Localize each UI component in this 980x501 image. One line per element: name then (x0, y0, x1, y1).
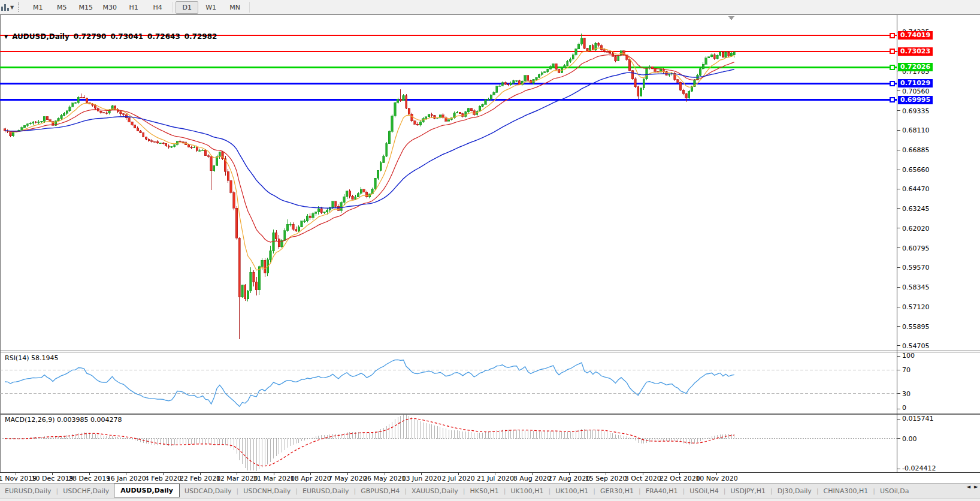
tab-uk100-h1[interactable]: UK100,H1 (551, 487, 593, 495)
tab-usdcad-daily[interactable]: USDCAD,Daily (180, 487, 237, 495)
price-tick-label: 0.69335 (902, 107, 930, 115)
price-tick-label: 0.60795 (902, 245, 930, 252)
close-value: 0.72982 (184, 32, 217, 41)
tab-xauusd-daily[interactable]: XAUUSD,Daily (407, 487, 463, 495)
chart-type-icon[interactable] (1, 3, 9, 11)
rsi-line (5, 360, 734, 406)
price-badge-0.73023: 0.73023 (898, 47, 933, 56)
tf-button-m5[interactable]: M5 (50, 1, 73, 14)
toolbar-separator (172, 2, 173, 13)
high-value: 0.73041 (110, 32, 143, 41)
low-value: 0.72643 (147, 32, 180, 41)
tab-scroll-buttons: ◄ ► (966, 484, 978, 490)
tab-uk100-h1[interactable]: UK100,H1 (506, 487, 549, 495)
collapse-caret-icon[interactable]: ▼ (4, 34, 8, 40)
date-tick-label: 26 May 2020 (363, 475, 406, 482)
price-tick-label: 0.58345 (902, 283, 930, 291)
rsi-indicator-label: RSI(14) 58.1945 (5, 354, 58, 362)
rsi-axis-label: 70 (902, 366, 911, 374)
price-tick-label: 0.63245 (902, 205, 930, 213)
tf-button-h1[interactable]: H1 (122, 1, 145, 14)
price-tick-label: 0.65660 (902, 166, 930, 174)
price-tick-label: 0.62020 (902, 225, 930, 233)
hline-handle[interactable] (890, 82, 894, 86)
tf-button-h4[interactable]: H4 (146, 1, 169, 14)
tab-usdchf-daily[interactable]: USDCHF,Daily (58, 487, 114, 495)
chart-title: ▼ AUDUSD,Daily 0.72790 0.73041 0.72643 0… (4, 32, 217, 41)
tab-gbpusd-h4[interactable]: GBPUSD,H4 (356, 487, 404, 495)
tf-button-m1[interactable]: M1 (26, 1, 49, 14)
tab-scroll-left-icon[interactable]: ◄ (966, 484, 970, 490)
timeframe-toolbar: ▼ M1M5M15M30H1H4D1W1MN (0, 0, 980, 14)
tab-usoil-da[interactable]: USOil,Da (875, 487, 914, 495)
hline-handle[interactable] (890, 49, 894, 53)
date-tick-label: 4 Feb 2020 (145, 475, 182, 482)
tf-button-m30[interactable]: M30 (98, 1, 121, 14)
date-tick-label: 28 Dec 2019 (68, 475, 110, 482)
horizontal-lines[interactable] (0, 34, 897, 102)
time-axis[interactable]: 21 Nov 201910 Dec 201928 Dec 201916 Jan … (0, 473, 738, 483)
ma-line-8[interactable] (5, 48, 734, 270)
date-tick-label: 22 Oct 2020 (660, 475, 700, 482)
date-tick-label: 3 Oct 2020 (625, 475, 661, 482)
mt4-window: ▼ M1M5M15M30H1H4D1W1MN 0.742350.730100.7… (0, 0, 980, 501)
date-tick-label: 18 Apr 2020 (291, 475, 331, 482)
tab-hk50-h1[interactable]: HK50,H1 (465, 487, 504, 495)
macd-axis-label: -0.024412 (902, 464, 936, 472)
price-badge-0.69995: 0.69995 (898, 96, 933, 104)
open-value: 0.72790 (74, 32, 107, 41)
price-tick-label: 0.54705 (902, 342, 930, 350)
tab-usdcnh-daily[interactable]: USDCNH,Daily (238, 487, 295, 495)
hline-handle[interactable] (890, 34, 894, 38)
chevron-down-icon[interactable]: ▼ (10, 5, 14, 10)
date-tick-label: 10 Dec 2019 (31, 475, 73, 482)
date-tick-label: 16 Jan 2020 (107, 475, 146, 482)
tf-button-d1[interactable]: D1 (176, 1, 198, 14)
price-tick-label: 0.57120 (902, 303, 930, 311)
date-tick-label: 21 Jul 2020 (477, 475, 514, 482)
tab-audusd-daily[interactable]: AUDUSD,Daily (114, 484, 180, 497)
ma-line-55[interactable] (5, 70, 734, 209)
price-axis[interactable]: 0.742350.730100.717850.705600.693350.681… (897, 28, 930, 350)
symbol-period-label: AUDUSD,Daily (12, 32, 69, 41)
tab-scroll-right-icon[interactable]: ► (974, 484, 978, 490)
price-badge-0.71029: 0.71029 (898, 79, 933, 87)
price-tick-label: 0.66885 (902, 146, 930, 154)
macd-axis-label: 0.015741 (902, 415, 934, 422)
hline-handle[interactable] (890, 98, 894, 102)
tab-fra40-h1[interactable]: FRA40,H1 (641, 487, 683, 495)
tab-china300-h1[interactable]: CHINA300,H1 (819, 487, 873, 495)
price-badge-0.72026: 0.72026 (898, 63, 933, 71)
tf-button-w1[interactable]: W1 (199, 1, 222, 14)
tab-eurusd-daily[interactable]: EURUSD,Daily (298, 487, 353, 495)
date-tick-label: 10 Nov 2020 (695, 475, 737, 482)
date-tick-label: 13 Jun 2020 (402, 475, 441, 482)
price-tick-label: 0.59570 (902, 264, 930, 271)
macd-signal-line (5, 419, 734, 466)
tf-button-m15[interactable]: M15 (74, 1, 97, 14)
tab-usoil-h4[interactable]: USOil,H4 (685, 487, 724, 495)
macd-indicator-label: MACD(12,26,9) 0.003985 0.004278 (5, 416, 122, 424)
date-tick-label: 8 Aug 2020 (513, 475, 551, 482)
chart-window[interactable]: 0.742350.730100.717850.705600.693350.681… (0, 14, 980, 483)
tf-button-mn[interactable]: MN (223, 1, 246, 14)
tab-ger30-h1[interactable]: GER30,H1 (595, 487, 639, 495)
hline-handle[interactable] (890, 65, 894, 70)
price-tick-label: 0.64470 (902, 185, 930, 193)
price-tick-label: 0.55895 (902, 323, 930, 331)
chart-graphics[interactable]: 0.742350.730100.717850.705600.693350.681… (0, 14, 980, 501)
toolbar-grip[interactable] (18, 2, 22, 12)
price-tick-label: 0.70560 (902, 87, 930, 95)
toolbar-separator (249, 2, 250, 13)
rsi-axis-label: 100 (902, 352, 915, 360)
price-tick-label: 0.68110 (902, 126, 930, 134)
date-tick-label: 12 Mar 2020 (216, 475, 258, 482)
tab-usdjpy-h1[interactable]: USDJPY,H1 (725, 487, 770, 495)
date-tick-label: 22 Feb 2020 (180, 475, 220, 482)
macd-axis-label: 0.00 (902, 435, 917, 443)
rsi-axis-label: 30 (902, 390, 911, 398)
tab-eurusd-daily[interactable]: EURUSD,Daily (0, 487, 56, 495)
tab-dj30-daily[interactable]: DJ30,Daily (773, 487, 816, 495)
price-badge-0.74019: 0.74019 (898, 31, 933, 40)
date-tick-label: 7 May 2020 (328, 475, 367, 482)
